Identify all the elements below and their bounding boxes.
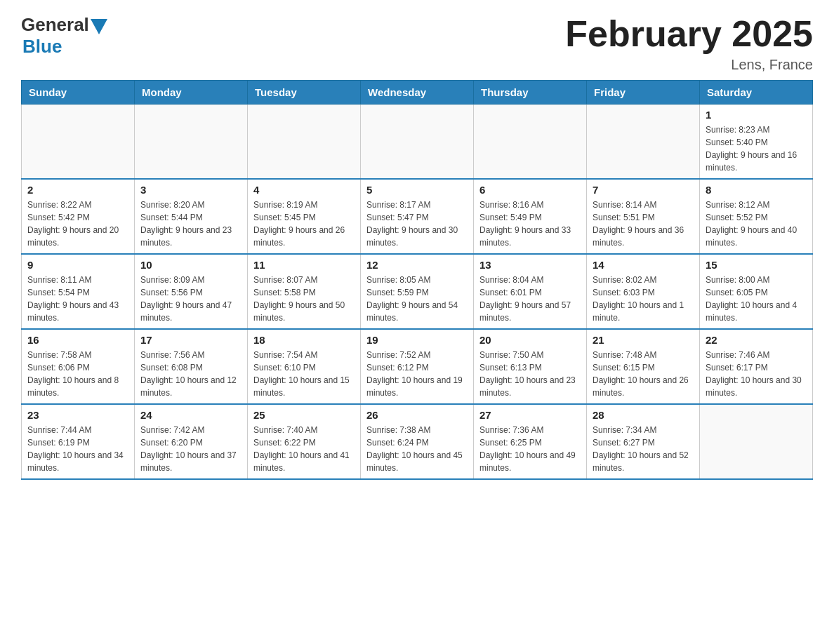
day-number: 16	[27, 334, 128, 346]
calendar-cell: 24Sunrise: 7:42 AMSunset: 6:20 PMDayligh…	[135, 404, 248, 479]
day-number: 1	[706, 109, 807, 121]
day-number: 7	[593, 184, 694, 196]
day-info: Sunrise: 7:54 AMSunset: 6:10 PMDaylight:…	[253, 349, 355, 399]
day-number: 8	[706, 184, 807, 196]
day-info: Sunrise: 8:16 AMSunset: 5:49 PMDaylight:…	[479, 199, 581, 249]
calendar-cell: 20Sunrise: 7:50 AMSunset: 6:13 PMDayligh…	[474, 329, 587, 404]
day-info: Sunrise: 7:44 AMSunset: 6:19 PMDaylight:…	[27, 424, 128, 474]
day-number: 21	[593, 334, 694, 346]
day-number: 10	[140, 259, 241, 271]
calendar-cell: 21Sunrise: 7:48 AMSunset: 6:15 PMDayligh…	[587, 329, 700, 404]
header-tuesday: Tuesday	[248, 81, 361, 105]
calendar-cell: 26Sunrise: 7:38 AMSunset: 6:24 PMDayligh…	[361, 404, 474, 479]
day-info: Sunrise: 8:02 AMSunset: 6:03 PMDaylight:…	[593, 274, 694, 324]
calendar-cell: 23Sunrise: 7:44 AMSunset: 6:19 PMDayligh…	[22, 404, 135, 479]
logo-triangle-icon	[91, 19, 107, 34]
day-number: 17	[140, 334, 241, 346]
calendar-cell: 9Sunrise: 8:11 AMSunset: 5:54 PMDaylight…	[22, 254, 135, 329]
day-info: Sunrise: 7:34 AMSunset: 6:27 PMDaylight:…	[593, 424, 694, 474]
header-thursday: Thursday	[474, 81, 587, 105]
calendar-cell: 8Sunrise: 8:12 AMSunset: 5:52 PMDaylight…	[700, 179, 813, 254]
calendar-cell: 1Sunrise: 8:23 AMSunset: 5:40 PMDaylight…	[700, 105, 813, 180]
calendar-cell	[248, 105, 361, 180]
calendar-cell: 16Sunrise: 7:58 AMSunset: 6:06 PMDayligh…	[22, 329, 135, 404]
day-info: Sunrise: 7:46 AMSunset: 6:17 PMDaylight:…	[706, 349, 807, 399]
calendar-body: 1Sunrise: 8:23 AMSunset: 5:40 PMDaylight…	[22, 105, 813, 480]
calendar-cell: 28Sunrise: 7:34 AMSunset: 6:27 PMDayligh…	[587, 404, 700, 479]
logo: General Blue	[21, 14, 107, 58]
calendar-cell: 22Sunrise: 7:46 AMSunset: 6:17 PMDayligh…	[700, 329, 813, 404]
day-info: Sunrise: 8:17 AMSunset: 5:47 PMDaylight:…	[366, 199, 468, 249]
day-info: Sunrise: 8:11 AMSunset: 5:54 PMDaylight:…	[27, 274, 128, 324]
day-number: 19	[366, 334, 468, 346]
day-info: Sunrise: 8:07 AMSunset: 5:58 PMDaylight:…	[253, 274, 355, 324]
calendar-cell: 3Sunrise: 8:20 AMSunset: 5:44 PMDaylight…	[135, 179, 248, 254]
day-info: Sunrise: 8:22 AMSunset: 5:42 PMDaylight:…	[27, 199, 128, 249]
day-number: 25	[253, 409, 355, 421]
day-number: 26	[366, 409, 468, 421]
day-info: Sunrise: 7:40 AMSunset: 6:22 PMDaylight:…	[253, 424, 355, 474]
location-label: Lens, France	[565, 57, 813, 73]
day-info: Sunrise: 7:52 AMSunset: 6:12 PMDaylight:…	[366, 349, 468, 399]
day-number: 24	[140, 409, 241, 421]
day-info: Sunrise: 7:38 AMSunset: 6:24 PMDaylight:…	[366, 424, 468, 474]
calendar-cell: 18Sunrise: 7:54 AMSunset: 6:10 PMDayligh…	[248, 329, 361, 404]
day-number: 5	[366, 184, 468, 196]
calendar-cell	[700, 404, 813, 479]
day-number: 13	[479, 259, 581, 271]
calendar-cell	[587, 105, 700, 180]
calendar-cell: 14Sunrise: 8:02 AMSunset: 6:03 PMDayligh…	[587, 254, 700, 329]
calendar-cell: 13Sunrise: 8:04 AMSunset: 6:01 PMDayligh…	[474, 254, 587, 329]
calendar-cell	[361, 105, 474, 180]
header-monday: Monday	[135, 81, 248, 105]
calendar-table: Sunday Monday Tuesday Wednesday Thursday…	[21, 80, 813, 480]
header-friday: Friday	[587, 81, 700, 105]
day-info: Sunrise: 8:05 AMSunset: 5:59 PMDaylight:…	[366, 274, 468, 324]
logo-blue-text: Blue	[22, 36, 62, 58]
calendar-cell	[22, 105, 135, 180]
calendar-cell: 15Sunrise: 8:00 AMSunset: 6:05 PMDayligh…	[700, 254, 813, 329]
day-info: Sunrise: 8:04 AMSunset: 6:01 PMDaylight:…	[479, 274, 581, 324]
calendar-cell	[135, 105, 248, 180]
calendar-cell: 19Sunrise: 7:52 AMSunset: 6:12 PMDayligh…	[361, 329, 474, 404]
day-number: 6	[479, 184, 581, 196]
day-number: 15	[706, 259, 807, 271]
day-number: 22	[706, 334, 807, 346]
header-row: Sunday Monday Tuesday Wednesday Thursday…	[22, 81, 813, 105]
calendar-cell: 4Sunrise: 8:19 AMSunset: 5:45 PMDaylight…	[248, 179, 361, 254]
calendar-week-row: 1Sunrise: 8:23 AMSunset: 5:40 PMDaylight…	[22, 105, 813, 180]
calendar-week-row: 23Sunrise: 7:44 AMSunset: 6:19 PMDayligh…	[22, 404, 813, 479]
calendar-week-row: 16Sunrise: 7:58 AMSunset: 6:06 PMDayligh…	[22, 329, 813, 404]
day-number: 9	[27, 259, 128, 271]
calendar-cell: 10Sunrise: 8:09 AMSunset: 5:56 PMDayligh…	[135, 254, 248, 329]
day-info: Sunrise: 8:20 AMSunset: 5:44 PMDaylight:…	[140, 199, 241, 249]
calendar-cell: 11Sunrise: 8:07 AMSunset: 5:58 PMDayligh…	[248, 254, 361, 329]
calendar-cell: 2Sunrise: 8:22 AMSunset: 5:42 PMDaylight…	[22, 179, 135, 254]
day-number: 20	[479, 334, 581, 346]
day-number: 11	[253, 259, 355, 271]
calendar-cell: 6Sunrise: 8:16 AMSunset: 5:49 PMDaylight…	[474, 179, 587, 254]
calendar-header: Sunday Monday Tuesday Wednesday Thursday…	[22, 81, 813, 105]
title-block: February 2025 Lens, France	[565, 14, 813, 73]
day-info: Sunrise: 8:09 AMSunset: 5:56 PMDaylight:…	[140, 274, 241, 324]
logo-general-text: General	[21, 14, 89, 36]
day-number: 28	[593, 409, 694, 421]
calendar-cell: 12Sunrise: 8:05 AMSunset: 5:59 PMDayligh…	[361, 254, 474, 329]
day-info: Sunrise: 8:23 AMSunset: 5:40 PMDaylight:…	[706, 123, 807, 174]
header-wednesday: Wednesday	[361, 81, 474, 105]
day-number: 4	[253, 184, 355, 196]
day-info: Sunrise: 7:56 AMSunset: 6:08 PMDaylight:…	[140, 349, 241, 399]
calendar-cell: 25Sunrise: 7:40 AMSunset: 6:22 PMDayligh…	[248, 404, 361, 479]
day-info: Sunrise: 8:14 AMSunset: 5:51 PMDaylight:…	[593, 199, 694, 249]
calendar-cell	[474, 105, 587, 180]
calendar-cell: 27Sunrise: 7:36 AMSunset: 6:25 PMDayligh…	[474, 404, 587, 479]
day-info: Sunrise: 8:00 AMSunset: 6:05 PMDaylight:…	[706, 274, 807, 324]
month-title: February 2025	[565, 14, 813, 54]
day-info: Sunrise: 7:42 AMSunset: 6:20 PMDaylight:…	[140, 424, 241, 474]
day-info: Sunrise: 7:36 AMSunset: 6:25 PMDaylight:…	[479, 424, 581, 474]
calendar-week-row: 9Sunrise: 8:11 AMSunset: 5:54 PMDaylight…	[22, 254, 813, 329]
calendar-week-row: 2Sunrise: 8:22 AMSunset: 5:42 PMDaylight…	[22, 179, 813, 254]
header-saturday: Saturday	[700, 81, 813, 105]
header-sunday: Sunday	[22, 81, 135, 105]
day-info: Sunrise: 7:50 AMSunset: 6:13 PMDaylight:…	[479, 349, 581, 399]
